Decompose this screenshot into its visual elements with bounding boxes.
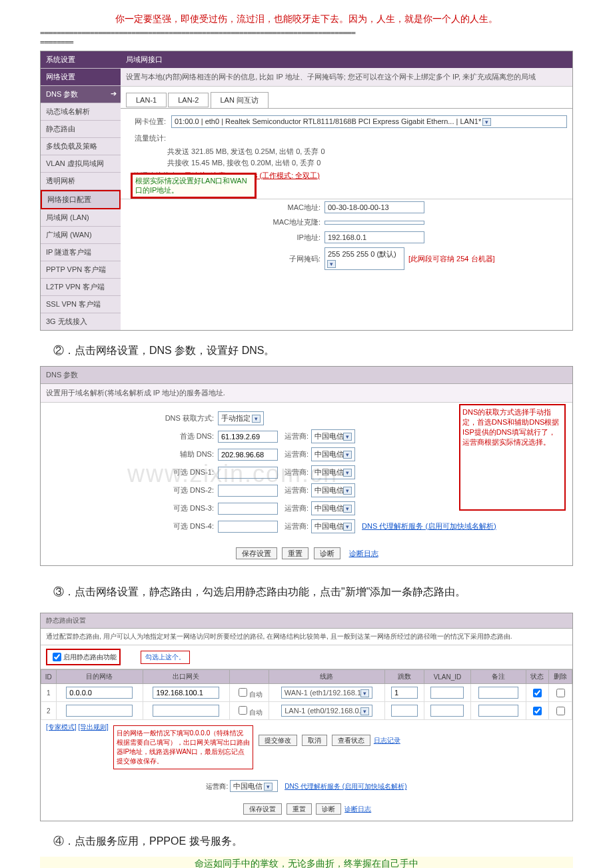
log-link[interactable]: 诊断日志: [349, 549, 378, 557]
table-row: 2 自动 LAN-1 (eth0/192.168.0.▾: [41, 702, 572, 720]
sidebar-item-vlan[interactable]: VLAN 虚拟局域网: [41, 155, 121, 173]
sidebar-item-3g[interactable]: 3G 无线接入: [41, 313, 121, 330]
dns-input[interactable]: [218, 503, 278, 515]
delete-checkbox[interactable]: [556, 689, 565, 697]
line-select[interactable]: WAN-1 (eth1/192.168.1▾: [281, 687, 372, 699]
sidebar-item-dns[interactable]: DNS 参数: [41, 86, 121, 103]
dns-input[interactable]: [218, 467, 278, 479]
dns-input[interactable]: [218, 449, 278, 461]
sidebar-item-interface-config[interactable]: 网络接口配置: [41, 190, 121, 209]
export-link[interactable]: [导出规则]: [78, 723, 109, 731]
diagnose-button[interactable]: 诊断: [316, 803, 341, 815]
enable-checkbox-wrap: 启用静态路由功能: [46, 649, 121, 665]
dns-op-select[interactable]: 中国电信▾: [311, 429, 355, 443]
card-select[interactable]: 01:00.0 | eth0 | Realtek Semiconductor R…: [171, 115, 567, 128]
sidebar-item-static-route[interactable]: 静态路由: [41, 121, 121, 138]
dns-input[interactable]: [218, 431, 278, 443]
hop-input[interactable]: [391, 687, 418, 699]
table-header: 备注: [471, 670, 526, 684]
sidebar-item-tunnel[interactable]: IP 隧道客户端: [41, 244, 121, 261]
dns-op-label: 运营商:: [285, 431, 308, 441]
lan-callout: 根据实际情况设置好LAN口和WAN口的IP地址。: [131, 173, 257, 199]
sidebar-item-pptp[interactable]: PPTP VPN 客户端: [41, 261, 121, 279]
dns-method-value: 手动指定: [221, 414, 251, 422]
sidebar: 系统设置 网络设置 DNS 参数 动态域名解析 静态路由 多线负载及策略 VLA…: [41, 51, 121, 330]
ip-input[interactable]: 192.168.0.1: [324, 231, 424, 243]
tab-lan-inter[interactable]: LAN 间互访: [211, 92, 269, 109]
remark-input[interactable]: [478, 705, 518, 717]
sidebar-item-l2tp[interactable]: L2TP VPN 客户端: [41, 279, 121, 296]
cancel-button[interactable]: 取消: [302, 735, 327, 746]
op-label: 运营商:: [206, 783, 228, 790]
dns-op-select[interactable]: 中国电信▾: [311, 465, 355, 479]
dns-input[interactable]: [218, 485, 278, 497]
tab-lan2[interactable]: LAN-2: [168, 93, 209, 107]
divider: ========================================…: [40, 28, 573, 37]
proxy-link[interactable]: DNS 代理解析服务 (启用可加快域名解析): [285, 783, 406, 790]
bottom-log-link[interactable]: 诊断日志: [344, 805, 371, 813]
enable-label: 启用静态路由功能: [63, 653, 117, 662]
mac-clone-input[interactable]: [324, 221, 424, 225]
dest-input[interactable]: [66, 687, 133, 699]
dns-label: 可选 DNS-4:: [41, 521, 218, 531]
table-header: 线路: [269, 670, 385, 684]
sidebar-item-sslvpn[interactable]: SSL VPN 客户端: [41, 296, 121, 313]
route-table: ID目的网络出口网关线路跳数VLAN_ID备注状态删除 1 自动 WAN-1 (…: [41, 669, 572, 720]
sidebar-item-bridge[interactable]: 透明网桥: [41, 173, 121, 190]
status-button[interactable]: 查看状态: [332, 735, 370, 746]
route-advice: 目的网络一般情况下填写0.0.0.0（特殊情况根据需要自己填写），出口网关填写出…: [113, 725, 253, 769]
op-select[interactable]: 中国电信 ▾: [230, 780, 278, 792]
save-button[interactable]: 保存设置: [243, 803, 282, 815]
sidebar-item-wan[interactable]: 广域网 (WAN): [41, 227, 121, 244]
remark-input[interactable]: [478, 687, 518, 699]
dns-label: 首选 DNS:: [41, 431, 218, 441]
reset-button[interactable]: 重置: [282, 547, 308, 559]
sidebar-item-lan[interactable]: 局域网 (LAN): [41, 209, 121, 227]
gw-input[interactable]: [153, 687, 219, 699]
mask-select[interactable]: 255 255 255 0 (默认) ▾: [324, 247, 404, 270]
dns-op-select[interactable]: 中国电信▾: [311, 519, 355, 533]
table-header: 状态: [526, 670, 549, 684]
route-panel: 静态路由设置 通过配置静态路由, 用户可以人为地指定对某一网络访问时所要经过的路…: [40, 613, 573, 821]
mac-input[interactable]: 00-30-18-00-00-13: [324, 201, 424, 213]
tab-lan1[interactable]: LAN-1: [126, 93, 167, 107]
line-select[interactable]: LAN-1 (eth0/192.168.0.▾: [281, 705, 372, 717]
hop-input[interactable]: [391, 705, 418, 717]
dns-op-label: 运营商:: [285, 449, 308, 459]
proxy-link[interactable]: DNS 代理解析服务 (启用可加快域名解析): [362, 521, 496, 531]
route-log-link[interactable]: 日志记录: [374, 737, 400, 744]
dns-op-select[interactable]: 中国电信▾: [311, 501, 355, 515]
dns-op-select[interactable]: 中国电信▾: [311, 483, 355, 497]
dns-row: 可选 DNS-4: 运营商: 中国电信▾ DNS 代理解析服务 (启用可加快域名…: [41, 517, 572, 535]
dns-input[interactable]: [218, 521, 278, 533]
vlan-input[interactable]: [430, 687, 464, 699]
auto-checkbox[interactable]: [239, 706, 247, 715]
mask-value: 255 255 255 0 (默认): [328, 250, 396, 258]
dns-method-select[interactable]: 手动指定 ▾: [218, 411, 264, 425]
stats-line1: 共发送 321.85 MB, 发送包 0.25M, 出错 0, 丢弃 0: [121, 146, 572, 157]
reset-button[interactable]: 重置: [287, 803, 312, 815]
delete-checkbox[interactable]: [556, 707, 565, 715]
table-header: [230, 670, 269, 684]
chevron-down-icon: ▾: [264, 783, 273, 791]
status-checkbox[interactable]: [533, 707, 542, 715]
chevron-down-icon: ▾: [343, 469, 352, 477]
sidebar-item-ddns[interactable]: 动态域名解析: [41, 103, 121, 121]
vlan-input[interactable]: [430, 705, 464, 717]
lan-desc: 设置与本地(内部)网络相连的网卡的信息, 比如 IP 地址、子网掩码等; 您还可…: [121, 68, 572, 87]
diagnose-button[interactable]: 诊断: [314, 547, 340, 559]
save-button[interactable]: 保存设置: [236, 547, 277, 559]
sidebar-item-system[interactable]: 系统设置: [41, 51, 121, 69]
submit-button[interactable]: 提交修改: [259, 735, 297, 746]
enable-checkbox[interactable]: [53, 653, 61, 661]
gw-input[interactable]: [153, 705, 219, 717]
sidebar-item-multiline[interactable]: 多线负载及策略: [41, 138, 121, 155]
mac-label: MAC地址:: [121, 203, 324, 213]
dest-input[interactable]: [66, 705, 133, 717]
auto-checkbox[interactable]: [239, 688, 247, 697]
status-checkbox[interactable]: [533, 689, 542, 697]
dns-panel: DNS 参数 设置用于域名解析(将域名解析成 IP 地址)的服务器地址. DNS…: [40, 366, 573, 566]
expert-link[interactable]: [专家模式]: [46, 723, 77, 731]
dns-op-select[interactable]: 中国电信▾: [311, 447, 355, 461]
sidebar-item-network[interactable]: 网络设置: [41, 69, 121, 86]
